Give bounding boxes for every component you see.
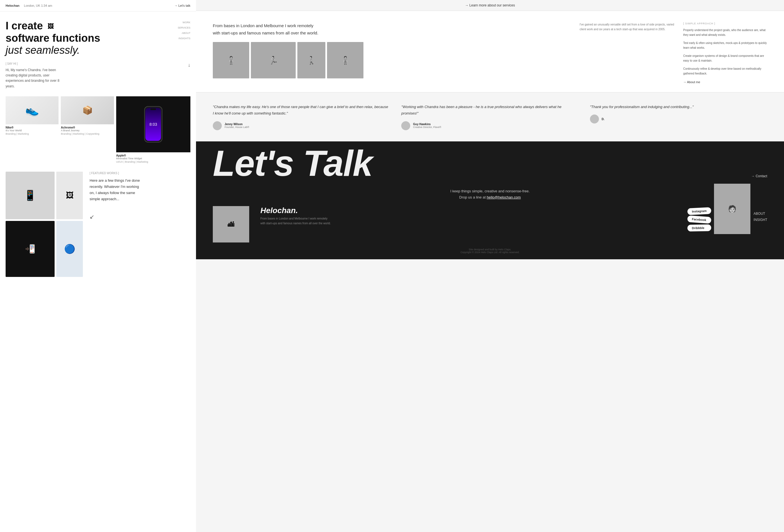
- work-card-apple[interactable]: 8:03 Apple® Minimalist Time Widget UI/UX…: [116, 96, 190, 163]
- social-instagram[interactable]: Instagram: [688, 207, 711, 215]
- about-person-3: 🚶: [297, 42, 325, 78]
- footer-img-right: 🧑: [714, 184, 750, 234]
- approach-item-4: Continuously refine & develop over time …: [683, 66, 767, 76]
- nav-item-work[interactable]: WORK: [183, 21, 190, 24]
- about-img-2: 🏃: [251, 42, 296, 78]
- work-card-apple-title: Apple®: [116, 154, 190, 157]
- say-hi-text: Hi, My name's Chandra. I've been creatin…: [6, 67, 62, 89]
- work-card-apple-subtitle: Minimalist Time Widget: [116, 157, 190, 160]
- about-left: From bases in London and Melbourne I wor…: [213, 22, 571, 84]
- testimonial-1-info: Jenny Wilson Founder, House Lab®: [225, 123, 249, 129]
- phone-notch: [150, 108, 156, 110]
- testimonial-2-avatar: [401, 121, 410, 130]
- testimonial-3: "Thank you for professionalism and indul…: [590, 104, 767, 130]
- work-card-nike[interactable]: Nike® It's Your World Branding | Marketi…: [6, 96, 58, 163]
- footer-copy-line2: Copyright © 2024 Helo Claps Ltd. All rig…: [460, 251, 520, 254]
- header-left: Helochan London, UK 1:34 am: [6, 4, 52, 7]
- work-card-apple-tags: UI/UX | Branding | Marketing: [116, 161, 190, 163]
- footer-tagline-line1: I keep things simple, creative and nonse…: [450, 189, 530, 193]
- learn-more-link[interactable]: → Learn more about our services: [465, 3, 515, 7]
- work-card-achrome-tags: Branding | Marketing | Copywriting: [61, 133, 114, 135]
- social-tags: Instagram Facebook Dribbble: [688, 208, 711, 231]
- hero-nav: WORK SERVICES ABOUT INSIGHTS: [171, 20, 190, 57]
- about-img-1: 🧍: [213, 42, 249, 78]
- hero-line3: just seamlessly.: [6, 44, 80, 56]
- lets-talk-link[interactable]: → Let's talk: [174, 4, 190, 7]
- social-dribbble[interactable]: Dribbble: [688, 224, 711, 231]
- location: London, UK 1:34 am: [24, 4, 52, 7]
- testimonial-3-avatar: [590, 114, 599, 123]
- nav-item-insights[interactable]: INSIGHTS: [178, 37, 190, 40]
- testimonial-2-role: Creative Director, Flave®: [413, 126, 441, 129]
- hero-line1: I create: [6, 20, 43, 32]
- lets-talk-section: Let's Talk → Contact: [196, 141, 784, 183]
- about-img-3: 🚶: [297, 42, 325, 78]
- featured-heading: Here are a few things I've done recently…: [90, 177, 143, 202]
- approach-label: [ SIMPLE APPROACH ]: [683, 22, 767, 25]
- hero-heading: I create 🖼 software functions just seaml…: [6, 20, 165, 57]
- work-cards-row: Nike® It's Your World Branding | Marketi…: [0, 96, 196, 163]
- featured-img-black-phone: [6, 221, 55, 277]
- footer-nav-about[interactable]: ABOUT: [754, 212, 767, 216]
- footer-nav-insight[interactable]: INSIGHT: [754, 218, 767, 222]
- approach-item-3: Create organism systems of design & bran…: [683, 54, 767, 63]
- contact-link[interactable]: → Contact: [751, 174, 767, 178]
- about-images: 🧍 🏃 🚶 🧍: [213, 42, 571, 78]
- footer-nav-col-2: ABOUT INSIGHT: [754, 212, 767, 224]
- nav-item-about[interactable]: ABOUT: [182, 32, 190, 34]
- footer-main: 🏙 Helochan. From bases in London and Mel…: [213, 206, 767, 243]
- about-section: From bases in London and Melbourne I wor…: [196, 11, 784, 92]
- work-card-achrome-img: [61, 96, 114, 124]
- work-card-achrome-title: Achrome®: [61, 126, 114, 129]
- testimonial-1-name: Jenny Wilson: [225, 123, 249, 126]
- featured-label: [ FEATURED WORKS ]: [90, 172, 190, 175]
- phone-mockup: 8:03: [144, 106, 162, 142]
- testimonial-2-name: Guy Hawkins: [413, 123, 441, 126]
- logo: Helochan: [6, 4, 20, 7]
- footer-person-right: 🧑: [714, 184, 750, 234]
- nav-item-services[interactable]: SERVICES: [178, 26, 190, 29]
- footer-email[interactable]: hello@helochan.com: [487, 195, 521, 199]
- work-card-nike-title: Nike®: [6, 126, 58, 129]
- work-card-achrome[interactable]: Achrome® A Brand Journey Branding | Mark…: [61, 96, 114, 163]
- work-card-apple-img: 8:03: [116, 96, 190, 152]
- footer-copy-line1: Site designed and built by Helo Claps.: [469, 248, 511, 251]
- about-me-link[interactable]: → About me: [683, 80, 767, 84]
- phone-screen: 8:03: [145, 108, 161, 141]
- testimonial-1-role: Founder, House Lab®: [225, 126, 249, 129]
- about-img-4: 🧍: [327, 42, 363, 78]
- featured-img-row-2: [6, 221, 84, 277]
- featured-img-tablet: [6, 172, 55, 219]
- testimonial-3-author: D.: [590, 114, 767, 123]
- social-facebook[interactable]: Facebook: [688, 215, 711, 224]
- testimonial-3-name: D.: [602, 118, 605, 121]
- footer-img-left: 🏙: [213, 206, 249, 243]
- hero-line2: software functions: [6, 32, 100, 44]
- approach-item-2: Test early & often using sketches, mock-…: [683, 40, 767, 50]
- diagonal-arrow: ↙: [90, 213, 190, 220]
- footer-tagline: I keep things simple, creative and nonse…: [213, 188, 767, 200]
- top-bar: → Learn more about our services: [196, 0, 784, 11]
- right-panel: → Learn more about our services From bas…: [196, 0, 784, 532]
- footer-section: I keep things simple, creative and nonse…: [196, 183, 784, 259]
- hero-text: I create 🖼 software functions just seaml…: [6, 20, 165, 57]
- about-person-4: 🧍: [327, 42, 363, 78]
- footer-person-left: 🏙: [213, 206, 249, 243]
- testimonial-1-author: Jenny Wilson Founder, House Lab®: [213, 121, 390, 130]
- testimonial-1-text: "Chandra makes my life easy. He's one of…: [213, 104, 390, 117]
- approach-item-1: Properly understand the project goals, w…: [683, 28, 767, 37]
- featured-images: [6, 172, 84, 277]
- footer-logo-col: Helochan. From bases in London and Melbo…: [260, 206, 717, 243]
- work-card-achrome-subtitle: A Brand Journey: [61, 129, 114, 132]
- work-card-nike-tags: Branding | Marketing: [6, 133, 58, 135]
- featured-img-posters: [56, 172, 83, 219]
- featured-img-blue-obj: [56, 221, 83, 277]
- footer-copy: Site designed and built by Helo Claps. C…: [213, 248, 767, 254]
- about-bio: I've gained an unusually versatile skill…: [580, 22, 675, 32]
- work-card-nike-img: [6, 96, 58, 124]
- about-intro: From bases in London and Melbourne I wor…: [213, 22, 319, 36]
- footer-tagline-line2: Drop us a line at: [459, 195, 487, 199]
- scroll-arrow: ↓: [188, 62, 190, 68]
- testimonial-2: "Working with Chandra has been a pleasur…: [401, 104, 579, 130]
- testimonial-1: "Chandra makes my life easy. He's one of…: [213, 104, 390, 130]
